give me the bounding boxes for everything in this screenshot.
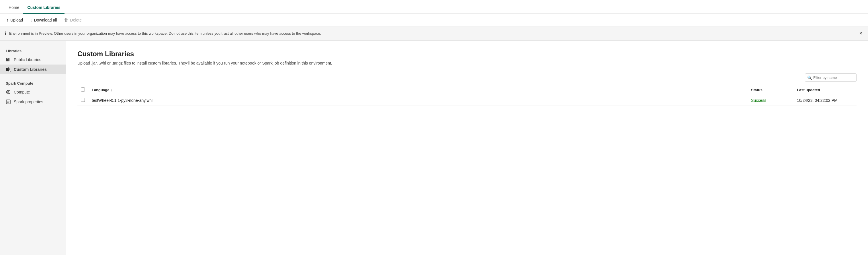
download-all-button[interactable]: ↓ Download all	[27, 16, 60, 24]
svg-point-13	[8, 91, 9, 93]
svg-rect-2	[8, 58, 9, 61]
svg-rect-4	[10, 59, 10, 61]
row-language: testWheel-0.1.1-py3-none-any.whl	[88, 95, 748, 106]
upload-icon: ↑	[6, 18, 9, 23]
svg-rect-1	[7, 58, 8, 61]
filter-row: 🔍	[78, 74, 857, 82]
libraries-section-title: Libraries	[0, 47, 66, 55]
info-banner: ℹ Environment is in Preview. Other users…	[0, 26, 868, 41]
row-status: Success	[748, 95, 794, 106]
main-content: Custom Libraries Upload .jar, .whl or .t…	[66, 41, 868, 255]
download-icon: ↓	[30, 18, 32, 23]
delete-icon: 🗑	[64, 18, 68, 23]
svg-rect-5	[6, 68, 7, 71]
th-last-updated: Last updated	[794, 85, 857, 95]
sidebar-item-compute[interactable]: Compute	[0, 87, 66, 97]
svg-text:+: +	[9, 70, 10, 72]
row-checkbox[interactable]	[81, 98, 85, 102]
th-language: Language ↑	[88, 85, 748, 95]
nav-custom-libraries[interactable]: Custom Libraries	[23, 2, 64, 14]
svg-rect-3	[9, 58, 9, 61]
spark-compute-section-title: Spark Compute	[0, 79, 66, 87]
compute-icon	[6, 89, 11, 95]
select-all-checkbox[interactable]	[81, 87, 85, 91]
row-checkbox-cell	[78, 95, 88, 106]
table-header-row: Language ↑ Status Last updated	[78, 85, 857, 95]
th-checkbox	[78, 85, 88, 95]
sidebar: Libraries Public Libraries	[0, 41, 66, 255]
sidebar-item-spark-properties[interactable]: Spark properties	[0, 97, 66, 107]
row-last-updated: 10/24/23, 04:22:02 PM	[794, 95, 857, 106]
svg-rect-6	[7, 68, 8, 71]
banner-close-button[interactable]: ×	[858, 29, 863, 37]
th-status: Status	[748, 85, 794, 95]
public-libraries-icon	[6, 57, 11, 62]
sidebar-item-custom-libraries[interactable]: + Custom Libraries	[0, 64, 66, 74]
info-icon: ℹ	[5, 31, 6, 36]
custom-libraries-icon: +	[6, 67, 11, 72]
libraries-table: Language ↑ Status Last updated	[78, 85, 857, 106]
main-layout: Libraries Public Libraries	[0, 41, 868, 255]
table-row: testWheel-0.1.1-py3-none-any.whl Success…	[78, 95, 857, 106]
filter-by-name-input[interactable]	[805, 74, 857, 82]
filter-input-wrapper: 🔍	[805, 74, 857, 82]
spark-properties-icon	[6, 99, 11, 105]
sort-asc-icon: ↑	[111, 88, 112, 92]
nav-home[interactable]: Home	[5, 2, 23, 14]
upload-button[interactable]: ↑ Upload	[3, 16, 26, 24]
toolbar: ↑ Upload ↓ Download all 🗑 Delete	[0, 14, 868, 26]
sort-language[interactable]: Language ↑	[92, 88, 112, 92]
svg-rect-0	[6, 58, 7, 61]
top-nav: Home Custom Libraries	[0, 0, 868, 14]
delete-button[interactable]: 🗑 Delete	[61, 16, 85, 24]
page-title: Custom Libraries	[78, 50, 857, 58]
filter-search-icon: 🔍	[807, 76, 812, 80]
page-description: Upload .jar, .whl or .tar.gz files to in…	[78, 61, 857, 65]
sidebar-item-public-libraries[interactable]: Public Libraries	[0, 55, 66, 64]
